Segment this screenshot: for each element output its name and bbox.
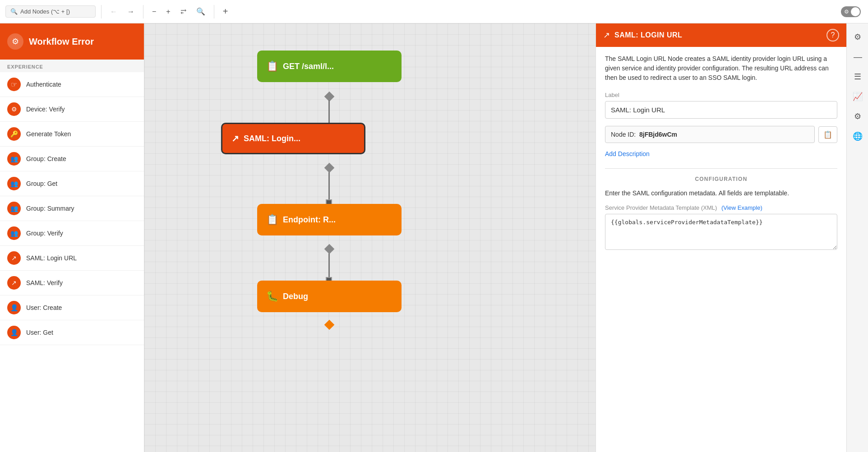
icon-rail: ⚙ ⸻ ☰ 📈 ⚙ 🌐 [846,23,868,452]
zoom-in-icon: + [166,8,170,16]
saml-login-url-label: SAML: Login URL [26,254,77,262]
right-panel-header-left: ↗ SAML: LOGIN URL [603,30,682,40]
view-example-link[interactable]: (View Example) [721,204,762,211]
saml-verify-label: SAML: Verify [26,279,63,286]
add-description-link[interactable]: Add Description [605,150,650,157]
workflow-error-icon: ⚙ [12,37,19,46]
connector-diamond-4 [324,320,335,330]
device-verify-icon: ⚙ [7,102,21,116]
group-get-icon: 👥 [7,177,21,190]
fit-button[interactable]: ⥂ [177,5,189,18]
rail-chart-icon[interactable]: 📈 [850,88,866,105]
redo-button[interactable]: → [124,5,138,18]
plus-icon: + [223,6,228,17]
sidebar-item-user-create[interactable]: 👤 User: Create [0,295,144,320]
group-verify-icon: 👥 [7,226,21,240]
group-summary-icon: 👥 [7,202,21,215]
sidebar-item-user-get[interactable]: 👤 User: Get [0,320,144,345]
sidebar-item-group-get[interactable]: 👥 Group: Get [0,171,144,196]
generate-token-label: Generate Token [26,130,71,138]
rail-settings2-icon[interactable]: ⚙ [850,108,866,125]
connection-line-2 [328,172,330,199]
search-canvas-button[interactable]: 🔍 [193,5,208,18]
group-verify-label: Group: Verify [26,230,63,237]
right-panel: ↗ SAML: LOGIN URL ? The SAML Login URL N… [596,23,846,452]
sidebar-item-group-summary[interactable]: 👥 Group: Summary [0,196,144,221]
undo-icon: ← [110,8,117,16]
toggle-thumb [851,7,860,16]
undo-button[interactable]: ← [107,5,120,18]
connector-diamond-2 [324,163,335,173]
sidebar-header: ⚙ Workflow Error [0,23,144,60]
sidebar-item-group-verify[interactable]: 👥 Group: Verify [0,221,144,246]
saml-node-label: SAML: Login... [244,134,300,143]
add-button[interactable]: + [220,4,231,19]
right-panel-title: SAML: LOGIN URL [614,31,682,39]
node-description: The SAML Login URL Node creates a SAML i… [605,54,837,83]
rail-gear-icon[interactable]: ⚙ [850,29,866,45]
endpoint-node-label: Endpoint: R... [283,215,336,225]
node-id-prefix: Node ID: [611,131,636,138]
sidebar-item-saml-login-url[interactable]: ↗ SAML: Login URL [0,246,144,271]
group-get-label: Group: Get [26,180,57,187]
group-create-icon: 👥 [7,152,21,166]
group-create-label: Group: Create [26,155,66,162]
rail-fork-icon[interactable]: ⸻ [850,49,866,65]
saml-node-icon: ↗ [231,133,239,144]
help-icon: ? [831,31,835,39]
xml-label-text: Service Provider Metadata Template (XML) [605,204,717,211]
rail-globe-icon[interactable]: 🌐 [850,128,866,144]
connector-diamond-3 [324,244,335,254]
mode-toggle[interactable]: ⚙ [841,6,861,17]
add-nodes-search[interactable]: 🔍 Add Nodes (⌥ + [) [5,5,96,18]
sidebar-item-saml-verify[interactable]: ↗ SAML: Verify [0,271,144,295]
label-input[interactable] [605,101,837,119]
search-canvas-icon: 🔍 [196,7,205,16]
user-create-label: User: Create [26,304,62,311]
search-icon: 🔍 [10,8,18,15]
config-description: Enter the SAML configuration metadata. A… [605,189,837,198]
label-field-label: Label [605,92,837,98]
get-node-icon: 📋 [266,60,278,72]
right-panel-header: ↗ SAML: LOGIN URL ? [596,23,846,47]
sidebar: ⚙ Workflow Error EXPERIENCE ☞ Authentica… [0,23,144,452]
xml-textarea[interactable]: {{globals.serviceProviderMetadataTemplat… [605,214,837,250]
xml-field-label: Service Provider Metadata Template (XML)… [605,204,837,211]
zoom-out-button[interactable]: − [149,5,159,18]
saml-login-url-icon: ↗ [7,251,21,265]
sidebar-header-title: Workflow Error [29,37,94,47]
zoom-in-button[interactable]: + [163,5,173,18]
debug-node[interactable]: 🐛 Debug [257,281,402,312]
configuration-title: CONFIGURATION [605,176,837,182]
redo-icon: → [127,8,134,16]
help-button[interactable]: ? [826,29,839,42]
node-id-value: 8jFBjd6wCm [639,131,677,138]
divider-2 [143,5,143,18]
saml-verify-icon: ↗ [7,276,21,290]
config-divider [605,168,837,169]
endpoint-node-icon: 📋 [266,214,278,226]
sidebar-item-device-verify[interactable]: ⚙ Device: Verify [0,97,144,122]
saml-node[interactable]: ↗ SAML: Login... [221,123,365,154]
right-panel-header-icon: ↗ [603,30,610,40]
sidebar-item-generate-token[interactable]: 🔑 Generate Token [0,122,144,147]
connection-line-3 [328,254,330,278]
user-get-icon: 👤 [7,326,21,339]
divider-3 [214,5,214,18]
authenticate-label: Authenticate [26,81,61,88]
rail-layers-icon[interactable]: ☰ [850,69,866,85]
endpoint-node[interactable]: 📋 Endpoint: R... [257,204,402,235]
toggle-container: ⚙ [841,6,861,17]
authenticate-icon: ☞ [7,78,21,91]
copy-icon: 📋 [823,131,832,138]
device-verify-label: Device: Verify [26,106,65,113]
sidebar-item-group-create[interactable]: 👥 Group: Create [0,147,144,171]
copy-node-id-button[interactable]: 📋 [818,126,837,143]
toggle-icon: ⚙ [844,9,849,15]
sidebar-header-icon: ⚙ [7,33,23,50]
canvas-area[interactable]: 📋 GET /saml/l... ↗ SAML: Login... 📋 Endp… [144,23,596,452]
node-id-box: Node ID: 8jFBjd6wCm [605,126,815,143]
main-container: ⚙ Workflow Error EXPERIENCE ☞ Authentica… [0,23,868,452]
sidebar-item-authenticate[interactable]: ☞ Authenticate [0,72,144,97]
get-node[interactable]: 📋 GET /saml/l... [257,51,402,82]
